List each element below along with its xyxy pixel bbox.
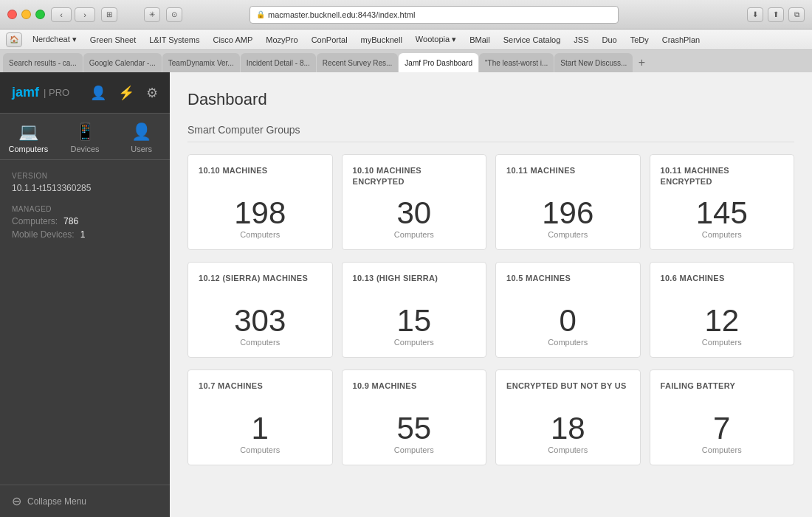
sidebar-item-devices[interactable]: 📱 Devices — [57, 114, 114, 159]
users-label: Users — [131, 145, 152, 153]
bookmark-lait[interactable]: L&IT Systems — [143, 34, 205, 46]
card-count: 0 — [506, 305, 630, 336]
sidebar: jamf | PRO 👤 ⚡ ⚙ 💻 Computers 📱 Devices 👤 — [0, 72, 170, 517]
tab-google-calendar[interactable]: Google Calendar -... — [83, 53, 162, 72]
card-failing-battery[interactable]: FAILING BATTERY 7 Computers — [650, 369, 795, 465]
dashboard: Dashboard Smart Computer Groups 10.10 MA… — [170, 72, 812, 495]
collapse-icon: ⊖ — [12, 494, 21, 508]
card-count: 303 — [199, 305, 322, 336]
computers-label: Computers — [8, 145, 48, 153]
card-label: Computers — [199, 338, 322, 347]
address-bar[interactable]: 🔒 macmaster.bucknell.edu:8443/index.html — [250, 6, 619, 24]
card-count: 30 — [353, 198, 476, 229]
devices-icon: 📱 — [75, 122, 95, 142]
card-109-machines[interactable]: 10.9 MACHINES 55 Computers — [342, 369, 487, 465]
card-1010-encrypted[interactable]: 10.10 MACHINES ENCRYPTED 30 Computers — [342, 154, 487, 250]
card-label: Computers — [199, 230, 322, 239]
card-label: Computers — [353, 445, 476, 454]
close-button[interactable] — [7, 10, 17, 19]
tab-incident-detail[interactable]: Incident Detail - 8... — [241, 53, 316, 72]
nav-buttons: ‹ › — [51, 7, 95, 22]
bookmark-wootopia[interactable]: Wootopia ▾ — [410, 33, 462, 46]
bookmark-mybucknell[interactable]: myBucknell — [355, 34, 408, 46]
card-105-machines[interactable]: 10.5 MACHINES 0 Computers — [495, 262, 641, 358]
card-count: 145 — [661, 198, 784, 229]
user-icon[interactable]: 👤 — [90, 85, 106, 101]
card-1011-machines[interactable]: 10.11 MACHINES 196 Computers — [495, 154, 641, 250]
bookmarks-bar: 🏠 Nerdcheat ▾ Green Sheet L&IT Systems C… — [0, 30, 812, 50]
tab-start-new[interactable]: Start New Discuss... — [554, 53, 633, 72]
tab-least-worst[interactable]: "The least-worst i... — [479, 53, 554, 72]
sidebar-toggle-button[interactable]: ⊞ — [101, 7, 117, 22]
bookmark-service-catalog[interactable]: Service Catalog — [498, 34, 567, 46]
new-tab-button[interactable]: ⧉ — [788, 7, 805, 22]
back-button[interactable]: ‹ — [51, 7, 72, 22]
devices-label: Devices — [70, 145, 99, 153]
bookmark-mozy[interactable]: MozyPro — [260, 34, 303, 46]
app-logo: jamf | PRO — [12, 85, 69, 100]
card-1010-machines[interactable]: 10.10 MACHINES 198 Computers — [187, 154, 333, 250]
fullscreen-button[interactable] — [35, 10, 45, 19]
tab-recent-survey[interactable]: Recent Survey Res... — [317, 53, 398, 72]
card-label: Computers — [353, 230, 476, 239]
bookmark-conportal[interactable]: ConPortal — [306, 34, 354, 46]
card-label: Computers — [199, 445, 322, 454]
home-button[interactable]: 🏠 — [6, 32, 22, 47]
card-label: Computers — [506, 338, 630, 347]
minimize-button[interactable] — [21, 10, 31, 19]
bookmark-green-sheet[interactable]: Green Sheet — [84, 34, 142, 46]
card-title: 10.13 (HIGH SIERRA) — [353, 273, 476, 284]
sidebar-item-computers[interactable]: 💻 Computers — [0, 114, 57, 159]
managed-computers-value: 786 — [63, 216, 78, 226]
forward-button[interactable]: › — [75, 7, 95, 22]
bookmark-bmail[interactable]: BMail — [464, 34, 496, 46]
pro-text: | PRO — [44, 87, 69, 98]
collapse-label: Collapse Menu — [27, 496, 86, 507]
download-button[interactable]: ⬇ — [747, 7, 763, 22]
tab-jamf-dashboard[interactable]: Jamf Pro Dashboard — [399, 53, 478, 72]
bookmark-tedy[interactable]: TeDy — [625, 34, 655, 46]
bookmark-jss[interactable]: JSS — [568, 34, 594, 46]
bookmark-crashplan[interactable]: CrashPlan — [656, 34, 706, 46]
card-1011-encrypted[interactable]: 10.11 MACHINES ENCRYPTED 145 Computers — [650, 154, 795, 250]
star-button[interactable]: ⊙ — [166, 7, 182, 22]
tabs-bar: Search results - ca... Google Calendar -… — [0, 50, 812, 72]
section-title: Smart Computer Groups — [187, 124, 794, 142]
managed-label: MANAGED — [12, 205, 158, 213]
managed-computers-row: Computers: 786 — [12, 216, 158, 226]
app-header-actions: 👤 ⚡ ⚙ — [90, 85, 158, 101]
card-title: 10.11 MACHINES ENCRYPTED — [661, 165, 784, 188]
collapse-menu-button[interactable]: ⊖ Collapse Menu — [0, 485, 170, 517]
share-button[interactable]: ⬆ — [768, 7, 784, 22]
card-encrypted-not-us[interactable]: ENCRYPTED BUT NOT BY US 18 Computers — [495, 369, 641, 465]
address-bar-container: 🔒 macmaster.bucknell.edu:8443/index.html — [250, 6, 619, 24]
card-title: 10.6 MACHINES — [661, 273, 784, 284]
card-title: 10.12 (SIERRA) MACHINES — [199, 273, 322, 284]
bookmark-nerdcheat[interactable]: Nerdcheat ▾ — [27, 33, 83, 46]
cards-row-2: 10.12 (SIERRA) MACHINES 303 Computers 10… — [187, 262, 794, 358]
tab-search-results[interactable]: Search results - ca... — [3, 53, 83, 72]
card-title: FAILING BATTERY — [661, 381, 784, 392]
managed-computers-label: Computers: — [12, 216, 58, 226]
new-tab-add-button[interactable]: + — [633, 55, 650, 71]
sidebar-item-users[interactable]: 👤 Users — [113, 114, 170, 159]
notifications-icon[interactable]: ⚡ — [118, 85, 134, 101]
cards-row-3: 10.7 MACHINES 1 Computers 10.9 MACHINES … — [187, 369, 794, 465]
card-title: ENCRYPTED BUT NOT BY US — [506, 381, 630, 392]
card-1012-sierra[interactable]: 10.12 (SIERRA) MACHINES 303 Computers — [187, 262, 333, 358]
card-title: 10.10 MACHINES ENCRYPTED — [353, 165, 476, 188]
card-1013-high-sierra[interactable]: 10.13 (HIGH SIERRA) 15 Computers — [342, 262, 487, 358]
card-count: 12 — [661, 305, 784, 336]
card-title: 10.11 MACHINES — [506, 165, 630, 176]
app-container: jamf | PRO 👤 ⚡ ⚙ 💻 Computers 📱 Devices 👤 — [0, 72, 812, 517]
bookmark-duo[interactable]: Duo — [596, 34, 623, 46]
tab-teamdynamix[interactable]: TeamDynamix Ver... — [162, 53, 240, 72]
card-106-machines[interactable]: 10.6 MACHINES 12 Computers — [650, 262, 795, 358]
bookmark-cisco[interactable]: Cisco AMP — [207, 34, 258, 46]
extensions-button[interactable]: ✳ — [144, 7, 160, 22]
settings-icon[interactable]: ⚙ — [146, 85, 158, 101]
card-107-machines[interactable]: 10.7 MACHINES 1 Computers — [187, 369, 333, 465]
card-title: 10.9 MACHINES — [353, 381, 476, 392]
card-title: 10.5 MACHINES — [506, 273, 630, 284]
titlebar-right: ⬇ ⬆ ⧉ — [747, 7, 805, 22]
